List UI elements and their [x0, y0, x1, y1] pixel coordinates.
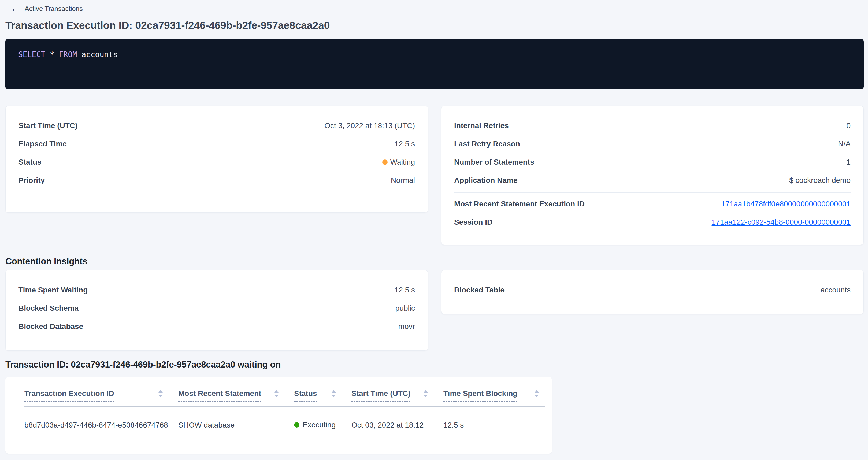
waiting-on-heading: Transaction ID: 02ca7931-f246-469b-b2fe-…	[5, 359, 864, 370]
sort-icon[interactable]	[424, 390, 428, 397]
waiting-on-table-header: Transaction Execution ID Most Recent Sta…	[24, 377, 545, 406]
column-header-status[interactable]: Status	[294, 377, 351, 406]
session-id-link[interactable]: 171aa122-c092-54b8-0000-00000000001	[712, 218, 850, 226]
contention-card-left: Time Spent Waiting 12.5 s Blocked Schema…	[5, 270, 428, 350]
statement-execution-id-link[interactable]: 171aa1b478fdf0e80000000000000001	[721, 200, 850, 208]
contention-row-blocked-table: Blocked Table accounts	[454, 281, 850, 299]
label-internal-retries: Internal Retries	[454, 121, 509, 130]
sql-keyword-from: FROM	[59, 50, 77, 59]
summary-row-last-retry-reason: Last Retry Reason N/A	[454, 135, 850, 153]
summary-card-left: Start Time (UTC) Oct 3, 2022 at 18:13 (U…	[5, 105, 428, 213]
value-blocked-table: accounts	[820, 286, 850, 294]
label-status: Status	[19, 158, 41, 166]
cell-most-recent-statement: SHOW database	[178, 406, 294, 443]
label-blocked-table: Blocked Table	[454, 286, 504, 294]
summary-row-application-name: Application Name $ cockroach demo	[454, 171, 850, 189]
summary-card-right: Internal Retries 0 Last Retry Reason N/A…	[441, 105, 864, 245]
status-dot-executing	[294, 422, 300, 428]
column-header-transaction-execution-id[interactable]: Transaction Execution ID	[24, 377, 178, 406]
sql-table-name: accounts	[82, 50, 118, 59]
arrow-left-icon: ←	[11, 4, 19, 13]
summary-cards-row: Start Time (UTC) Oct 3, 2022 at 18:13 (U…	[5, 105, 864, 245]
contention-insights-heading: Contention Insights	[5, 255, 864, 267]
column-header-start-time[interactable]: Start Time (UTC)	[351, 377, 443, 406]
page-title: Transaction Execution ID: 02ca7931-f246-…	[5, 19, 864, 32]
column-label: Start Time (UTC)	[351, 389, 410, 402]
cell-time-spent-blocking: 12.5 s	[443, 406, 545, 443]
sql-keyword-select: SELECT	[18, 50, 45, 59]
cell-status: Executing	[294, 406, 351, 443]
value-number-of-statements: 1	[846, 158, 850, 166]
value-blocked-database: movr	[398, 322, 415, 331]
table-row: b8d7d03a-d497-446b-8474-e50846674768 SHO…	[24, 406, 545, 443]
sort-icon[interactable]	[158, 390, 163, 397]
value-last-retry-reason: N/A	[838, 140, 850, 148]
waiting-on-table: Transaction Execution ID Most Recent Sta…	[24, 377, 545, 443]
label-start-time: Start Time (UTC)	[19, 121, 78, 130]
column-label: Status	[294, 389, 317, 402]
column-label: Time Spent Blocking	[443, 389, 517, 402]
cell-transaction-execution-id: b8d7d03a-d497-446b-8474-e50846674768	[24, 406, 178, 443]
label-number-of-statements: Number of Statements	[454, 158, 534, 166]
label-priority: Priority	[19, 176, 45, 185]
summary-row-start-time: Start Time (UTC) Oct 3, 2022 at 18:13 (U…	[19, 117, 415, 135]
sort-icon[interactable]	[274, 390, 279, 397]
summary-row-internal-retries: Internal Retries 0	[454, 117, 850, 135]
column-label: Transaction Execution ID	[24, 389, 114, 402]
value-priority: Normal	[391, 176, 415, 185]
sql-statement-box: SELECT * FROM accounts	[5, 39, 864, 89]
waiting-on-table-card: Transaction Execution ID Most Recent Sta…	[5, 377, 552, 454]
label-last-retry-reason: Last Retry Reason	[454, 140, 520, 148]
summary-row-status: Status Waiting	[19, 153, 415, 171]
column-header-most-recent-statement[interactable]: Most Recent Statement	[178, 377, 294, 406]
column-label: Most Recent Statement	[178, 389, 261, 402]
label-elapsed-time: Elapsed Time	[19, 140, 67, 148]
transaction-details-page: ← Active Transactions Transaction Execut…	[0, 0, 868, 454]
card-divider	[454, 192, 850, 193]
contention-cards-row: Time Spent Waiting 12.5 s Blocked Schema…	[5, 270, 864, 350]
value-elapsed-time: 12.5 s	[395, 140, 415, 148]
label-application-name: Application Name	[454, 176, 517, 185]
status-dot-waiting	[382, 159, 388, 165]
value-application-name: $ cockroach demo	[789, 176, 850, 185]
contention-card-right: Blocked Table accounts	[441, 270, 864, 314]
summary-row-session-id: Session ID 171aa122-c092-54b8-0000-00000…	[454, 213, 850, 231]
value-time-spent-waiting: 12.5 s	[395, 286, 415, 294]
label-statement-execution-id: Most Recent Statement Execution ID	[454, 200, 585, 208]
back-link-label: Active Transactions	[25, 5, 83, 12]
label-blocked-schema: Blocked Schema	[19, 304, 79, 313]
label-session-id: Session ID	[454, 218, 492, 226]
summary-row-elapsed-time: Elapsed Time 12.5 s	[19, 135, 415, 153]
sort-icon[interactable]	[534, 390, 539, 397]
label-blocked-database: Blocked Database	[19, 322, 83, 331]
summary-row-number-of-statements: Number of Statements 1	[454, 153, 850, 171]
status-badge: Waiting	[382, 158, 415, 166]
sort-icon[interactable]	[332, 390, 336, 397]
summary-row-priority: Priority Normal	[19, 171, 415, 189]
label-time-spent-waiting: Time Spent Waiting	[19, 286, 88, 294]
value-internal-retries: 0	[846, 121, 850, 130]
back-link-active-transactions[interactable]: ← Active Transactions	[11, 4, 83, 13]
column-header-time-spent-blocking[interactable]: Time Spent Blocking	[443, 377, 545, 406]
summary-row-statement-execution-id: Most Recent Statement Execution ID 171aa…	[454, 195, 850, 213]
value-blocked-schema: public	[395, 304, 415, 313]
header-row: Transaction Execution ID Most Recent Sta…	[24, 377, 545, 406]
cell-start-time: Oct 03, 2022 at 18:12	[351, 406, 443, 443]
contention-row-blocked-schema: Blocked Schema public	[19, 299, 415, 317]
value-start-time: Oct 3, 2022 at 18:13 (UTC)	[324, 121, 415, 130]
contention-row-blocked-database: Blocked Database movr	[19, 317, 415, 336]
sql-star: *	[50, 50, 54, 59]
row-status-text: Executing	[303, 421, 336, 429]
status-text: Waiting	[390, 158, 415, 166]
contention-row-time-spent-waiting: Time Spent Waiting 12.5 s	[19, 281, 415, 299]
